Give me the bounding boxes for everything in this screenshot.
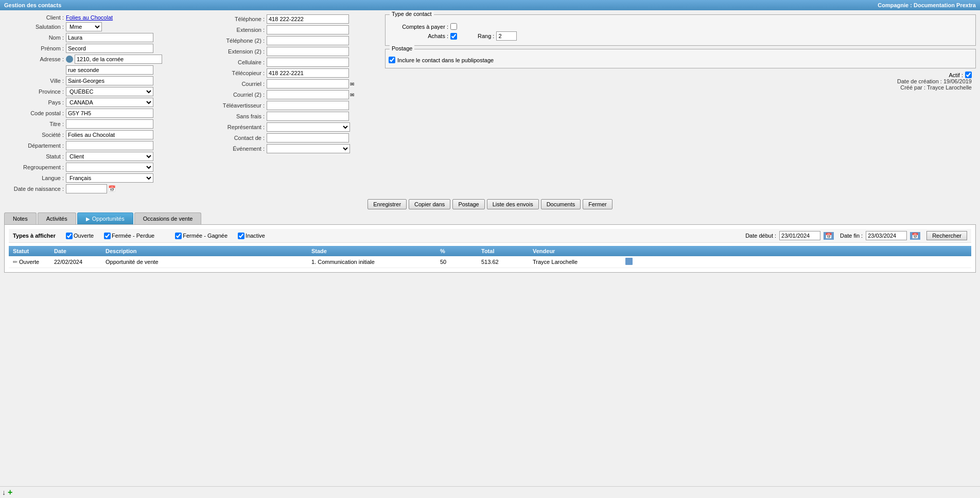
- langue-label: Langue :: [4, 175, 66, 181]
- extension-input[interactable]: [267, 25, 349, 34]
- tab-occasions[interactable]: Occasions de vente: [134, 212, 202, 224]
- address-icon[interactable]: [66, 56, 73, 63]
- courriel-input[interactable]: [267, 79, 349, 88]
- tab-opportunites-label: Opportunités: [92, 216, 125, 222]
- cree-par-info: Créé par : Trayce Larochelle: [385, 84, 972, 91]
- achats-checkbox[interactable]: [450, 33, 457, 40]
- nom-label: Nom :: [4, 34, 66, 41]
- fermee-gagnee-checkbox[interactable]: [175, 233, 182, 239]
- date-fin-input[interactable]: [866, 231, 907, 240]
- pencil-icon[interactable]: ✏: [13, 259, 18, 265]
- liste-envois-button[interactable]: Liste des envois: [487, 199, 539, 209]
- courriel-label: Courriel :: [215, 81, 267, 87]
- teleavertisseur-label: Téléavertisseur :: [215, 102, 267, 109]
- copier-dans-button[interactable]: Copier dans: [409, 199, 450, 209]
- telephone-input[interactable]: [267, 14, 349, 24]
- row-doc-icon[interactable]: [623, 257, 639, 266]
- date-naissance-label: Date de naissance :: [4, 186, 66, 192]
- comptes-payer-checkbox[interactable]: [450, 23, 457, 30]
- titre-label: Titre :: [4, 121, 66, 127]
- calendar-icon-debut[interactable]: 📅: [824, 232, 834, 240]
- ouverte-filter[interactable]: Ouverte: [66, 233, 94, 239]
- ville-input[interactable]: [66, 76, 153, 85]
- table-row: ✏ Ouverte 22/02/2024 Opportunité de vent…: [9, 256, 971, 268]
- tab-content-opportunites: Types à afficher Ouverte Fermée - Perdue…: [4, 224, 976, 273]
- regroupement-select[interactable]: [66, 163, 153, 172]
- representant-select[interactable]: [267, 122, 350, 132]
- adresse1-input[interactable]: [75, 55, 162, 64]
- sans-frais-input[interactable]: [267, 112, 349, 121]
- calendar-icon-dob[interactable]: 📅: [108, 185, 116, 192]
- tab-activites-label: Activités: [46, 216, 67, 222]
- telephone-label: Téléphone :: [215, 16, 267, 22]
- salutation-select[interactable]: Mme M. Dr: [66, 22, 102, 31]
- adresse-label: Adresse :: [4, 56, 66, 62]
- fermee-gagnee-filter[interactable]: Fermée - Gagnée: [175, 233, 227, 239]
- teleavertisseur-input[interactable]: [267, 101, 349, 110]
- ouverte-checkbox[interactable]: [66, 233, 73, 239]
- rang-label: Rang :: [478, 33, 494, 39]
- document-icon[interactable]: [625, 258, 633, 265]
- date-debut-input[interactable]: [779, 231, 820, 240]
- inactive-checkbox[interactable]: [238, 233, 244, 239]
- postage-title: Postage: [390, 45, 414, 51]
- rechercher-button[interactable]: Rechercher: [926, 231, 967, 240]
- evenement-select[interactable]: [267, 144, 350, 153]
- actif-checkbox[interactable]: [965, 72, 972, 78]
- client-link[interactable]: Folies au Chocolat: [66, 14, 113, 21]
- cree-par-value: Trayce Larochelle: [927, 84, 972, 91]
- cellulaire-label: Cellulaire :: [215, 59, 267, 65]
- inactive-label: Inactive: [246, 233, 265, 239]
- statut-select[interactable]: Client Prospect: [66, 152, 153, 161]
- tab-activites[interactable]: Activités: [38, 212, 76, 224]
- extension2-input[interactable]: [267, 47, 349, 56]
- codepostal-input[interactable]: [66, 109, 153, 118]
- regroupement-label: Regroupement :: [4, 164, 66, 170]
- prenom-input[interactable]: [66, 44, 153, 53]
- nom-input[interactable]: [66, 33, 153, 42]
- email2-icon[interactable]: ✉: [350, 92, 354, 98]
- province-select[interactable]: QUÉBEC ONTARIO: [66, 87, 153, 96]
- cellulaire-input[interactable]: [267, 58, 349, 67]
- pays-select[interactable]: CANADA ÉTATS-UNIS: [66, 98, 153, 107]
- courriel2-input[interactable]: [267, 90, 349, 99]
- adresse2-input[interactable]: [66, 65, 153, 75]
- telecopieur-input[interactable]: [267, 68, 349, 78]
- enregistrer-button[interactable]: Enregistrer: [367, 199, 407, 209]
- calendar-icon-fin[interactable]: 📅: [910, 232, 920, 240]
- col-statut: Statut: [11, 247, 52, 255]
- postage-box: Postage Inclure le contact dans le publi…: [385, 49, 976, 68]
- date-creation-label: Date de création :: [897, 78, 942, 84]
- contact-de-input[interactable]: [267, 133, 349, 143]
- email-icon[interactable]: ✉: [350, 81, 354, 87]
- date-naissance-input[interactable]: [66, 184, 107, 193]
- departement-input[interactable]: [66, 141, 153, 150]
- fermee-perdue-checkbox[interactable]: [104, 233, 111, 239]
- col-actions: [623, 247, 639, 255]
- fermee-gagnee-label: Fermée - Gagnée: [183, 233, 227, 239]
- telephone2-input[interactable]: [267, 36, 349, 45]
- telephone2-label: Téléphone (2) :: [215, 38, 267, 44]
- titre-input[interactable]: [66, 119, 153, 129]
- fermer-button[interactable]: Fermer: [583, 199, 612, 209]
- edit-icon-cell[interactable]: ✏ Ouverte: [11, 258, 52, 266]
- inactive-filter[interactable]: Inactive: [238, 233, 265, 239]
- tab-opportunites[interactable]: ▶ Opportunités: [77, 212, 133, 224]
- date-fin-label: Date fin :: [840, 233, 863, 239]
- documents-button[interactable]: Documents: [541, 199, 581, 209]
- langue-select[interactable]: Français English: [66, 173, 153, 183]
- inclure-checkbox[interactable]: [389, 57, 395, 63]
- row-stade: 1. Communication initiale: [309, 258, 438, 265]
- societe-input[interactable]: [66, 130, 153, 139]
- evenement-label: Événement :: [215, 146, 267, 152]
- tab-notes[interactable]: Notes: [4, 212, 37, 224]
- postage-button[interactable]: Postage: [452, 199, 484, 209]
- rang-input[interactable]: [496, 31, 517, 41]
- date-creation-info: Date de création : 19/06/2019: [385, 78, 972, 84]
- salutation-label: Salutation :: [4, 24, 66, 30]
- achats-label: Achats :: [389, 33, 450, 39]
- fermee-perdue-filter[interactable]: Fermée - Perdue: [104, 233, 154, 239]
- tab-notes-label: Notes: [13, 216, 28, 222]
- col-vendeur: Vendeur: [531, 247, 623, 255]
- statut-label: Statut :: [4, 153, 66, 159]
